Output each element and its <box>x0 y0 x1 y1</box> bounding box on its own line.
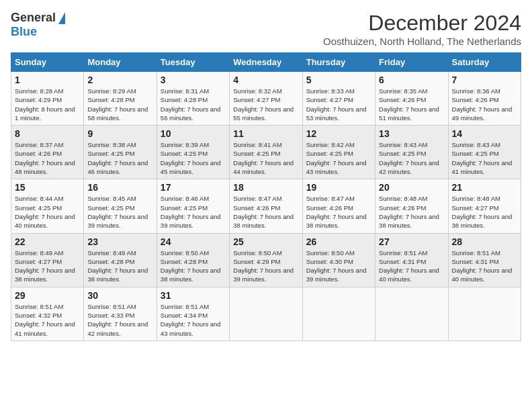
day-info: Sunrise: 8:43 AM Sunset: 4:25 PM Dayligh… <box>379 140 444 176</box>
calendar-cell: 23 Sunrise: 8:49 AM Sunset: 4:28 PM Dayl… <box>84 233 157 287</box>
col-header-monday: Monday <box>84 53 157 72</box>
col-header-friday: Friday <box>375 53 448 72</box>
calendar-cell: 30 Sunrise: 8:51 AM Sunset: 4:33 PM Dayl… <box>84 287 157 340</box>
day-number: 22 <box>15 236 80 247</box>
calendar-cell: 11 Sunrise: 8:41 AM Sunset: 4:25 PM Dayl… <box>230 126 302 179</box>
calendar-cell: 13 Sunrise: 8:43 AM Sunset: 4:25 PM Dayl… <box>375 126 448 179</box>
calendar-cell: 14 Sunrise: 8:43 AM Sunset: 4:25 PM Dayl… <box>448 126 521 179</box>
day-number: 18 <box>233 182 298 193</box>
title-block: December 2024 Oosthuizen, North Holland,… <box>323 11 521 47</box>
day-info: Sunrise: 8:51 AM Sunset: 4:34 PM Dayligh… <box>161 302 226 338</box>
day-info: Sunrise: 8:39 AM Sunset: 4:25 PM Dayligh… <box>161 140 226 176</box>
day-info: Sunrise: 8:46 AM Sunset: 4:25 PM Dayligh… <box>161 194 226 230</box>
calendar-week-5: 29 Sunrise: 8:51 AM Sunset: 4:32 PM Dayl… <box>11 287 521 340</box>
calendar-week-4: 22 Sunrise: 8:49 AM Sunset: 4:27 PM Dayl… <box>11 233 521 287</box>
calendar-cell: 3 Sunrise: 8:31 AM Sunset: 4:28 PM Dayli… <box>157 72 229 126</box>
day-number: 21 <box>452 182 517 193</box>
logo: General Blue <box>11 11 65 39</box>
calendar-cell: 26 Sunrise: 8:50 AM Sunset: 4:30 PM Dayl… <box>302 233 375 287</box>
calendar-cell <box>448 287 521 340</box>
day-info: Sunrise: 8:51 AM Sunset: 4:33 PM Dayligh… <box>87 302 152 338</box>
day-number: 10 <box>161 128 226 139</box>
month-title: December 2024 <box>323 11 521 36</box>
day-info: Sunrise: 8:49 AM Sunset: 4:28 PM Dayligh… <box>87 248 152 284</box>
page-header: General Blue December 2024 Oosthuizen, N… <box>11 11 521 47</box>
day-number: 2 <box>87 75 152 85</box>
day-info: Sunrise: 8:38 AM Sunset: 4:25 PM Dayligh… <box>87 140 152 176</box>
calendar-cell: 10 Sunrise: 8:39 AM Sunset: 4:25 PM Dayl… <box>157 126 229 179</box>
calendar-cell: 5 Sunrise: 8:33 AM Sunset: 4:27 PM Dayli… <box>302 72 375 126</box>
day-number: 8 <box>15 128 80 139</box>
calendar-cell: 2 Sunrise: 8:29 AM Sunset: 4:28 PM Dayli… <box>84 72 157 126</box>
calendar-cell: 12 Sunrise: 8:42 AM Sunset: 4:25 PM Dayl… <box>302 126 375 179</box>
calendar-cell <box>375 287 448 340</box>
day-info: Sunrise: 8:51 AM Sunset: 4:31 PM Dayligh… <box>452 248 517 284</box>
day-number: 26 <box>306 236 371 247</box>
day-info: Sunrise: 8:51 AM Sunset: 4:31 PM Dayligh… <box>379 248 444 284</box>
day-info: Sunrise: 8:51 AM Sunset: 4:32 PM Dayligh… <box>15 302 80 338</box>
location-title: Oosthuizen, North Holland, The Netherlan… <box>323 36 521 47</box>
day-info: Sunrise: 8:50 AM Sunset: 4:28 PM Dayligh… <box>161 248 226 284</box>
day-number: 24 <box>161 236 226 247</box>
day-number: 9 <box>87 128 152 139</box>
day-info: Sunrise: 8:28 AM Sunset: 4:29 PM Dayligh… <box>15 87 80 122</box>
day-number: 4 <box>233 75 298 85</box>
col-header-sunday: Sunday <box>11 53 84 72</box>
day-number: 16 <box>87 182 152 193</box>
col-header-thursday: Thursday <box>302 53 375 72</box>
day-info: Sunrise: 8:41 AM Sunset: 4:25 PM Dayligh… <box>233 140 298 176</box>
day-info: Sunrise: 8:47 AM Sunset: 4:26 PM Dayligh… <box>306 194 371 230</box>
day-info: Sunrise: 8:32 AM Sunset: 4:27 PM Dayligh… <box>233 87 298 122</box>
day-info: Sunrise: 8:50 AM Sunset: 4:29 PM Dayligh… <box>233 248 298 284</box>
day-number: 23 <box>87 236 152 247</box>
calendar-cell: 29 Sunrise: 8:51 AM Sunset: 4:32 PM Dayl… <box>11 287 84 340</box>
calendar-cell: 1 Sunrise: 8:28 AM Sunset: 4:29 PM Dayli… <box>11 72 84 126</box>
day-info: Sunrise: 8:37 AM Sunset: 4:26 PM Dayligh… <box>15 140 80 176</box>
logo-blue-text: Blue <box>11 25 37 39</box>
col-header-saturday: Saturday <box>448 53 521 72</box>
day-info: Sunrise: 8:48 AM Sunset: 4:27 PM Dayligh… <box>452 194 517 230</box>
day-info: Sunrise: 8:31 AM Sunset: 4:28 PM Dayligh… <box>161 87 226 122</box>
col-header-tuesday: Tuesday <box>157 53 229 72</box>
logo-general-text: General <box>11 11 56 25</box>
day-info: Sunrise: 8:33 AM Sunset: 4:27 PM Dayligh… <box>306 87 371 122</box>
day-number: 12 <box>306 128 371 139</box>
day-number: 20 <box>379 182 444 193</box>
day-number: 19 <box>306 182 371 193</box>
calendar-cell: 17 Sunrise: 8:46 AM Sunset: 4:25 PM Dayl… <box>157 179 229 233</box>
calendar-cell: 27 Sunrise: 8:51 AM Sunset: 4:31 PM Dayl… <box>375 233 448 287</box>
calendar-cell: 28 Sunrise: 8:51 AM Sunset: 4:31 PM Dayl… <box>448 233 521 287</box>
calendar-week-3: 15 Sunrise: 8:44 AM Sunset: 4:25 PM Dayl… <box>11 179 521 233</box>
day-number: 5 <box>306 75 371 85</box>
day-info: Sunrise: 8:45 AM Sunset: 4:25 PM Dayligh… <box>87 194 152 230</box>
calendar-cell: 22 Sunrise: 8:49 AM Sunset: 4:27 PM Dayl… <box>11 233 84 287</box>
calendar-cell: 6 Sunrise: 8:35 AM Sunset: 4:26 PM Dayli… <box>375 72 448 126</box>
col-header-wednesday: Wednesday <box>230 53 302 72</box>
day-number: 6 <box>379 75 444 85</box>
calendar-cell: 19 Sunrise: 8:47 AM Sunset: 4:26 PM Dayl… <box>302 179 375 233</box>
day-info: Sunrise: 8:44 AM Sunset: 4:25 PM Dayligh… <box>15 194 80 230</box>
day-number: 11 <box>233 128 298 139</box>
logo-triangle-icon <box>58 12 65 24</box>
day-number: 15 <box>15 182 80 193</box>
day-info: Sunrise: 8:42 AM Sunset: 4:25 PM Dayligh… <box>306 140 371 176</box>
calendar-cell: 18 Sunrise: 8:47 AM Sunset: 4:26 PM Dayl… <box>230 179 302 233</box>
day-info: Sunrise: 8:50 AM Sunset: 4:30 PM Dayligh… <box>306 248 371 284</box>
calendar-cell: 9 Sunrise: 8:38 AM Sunset: 4:25 PM Dayli… <box>84 126 157 179</box>
calendar-week-2: 8 Sunrise: 8:37 AM Sunset: 4:26 PM Dayli… <box>11 126 521 179</box>
calendar-cell: 24 Sunrise: 8:50 AM Sunset: 4:28 PM Dayl… <box>157 233 229 287</box>
day-info: Sunrise: 8:47 AM Sunset: 4:26 PM Dayligh… <box>233 194 298 230</box>
day-number: 28 <box>452 236 517 247</box>
day-info: Sunrise: 8:43 AM Sunset: 4:25 PM Dayligh… <box>452 140 517 176</box>
calendar-cell <box>230 287 302 340</box>
day-number: 1 <box>15 75 80 85</box>
calendar-week-1: 1 Sunrise: 8:28 AM Sunset: 4:29 PM Dayli… <box>11 72 521 126</box>
header-row: SundayMondayTuesdayWednesdayThursdayFrid… <box>11 53 521 72</box>
calendar-cell: 21 Sunrise: 8:48 AM Sunset: 4:27 PM Dayl… <box>448 179 521 233</box>
calendar-cell: 25 Sunrise: 8:50 AM Sunset: 4:29 PM Dayl… <box>230 233 302 287</box>
calendar-cell: 7 Sunrise: 8:36 AM Sunset: 4:26 PM Dayli… <box>448 72 521 126</box>
day-info: Sunrise: 8:48 AM Sunset: 4:26 PM Dayligh… <box>379 194 444 230</box>
day-number: 27 <box>379 236 444 247</box>
day-number: 29 <box>15 290 80 301</box>
calendar-table: SundayMondayTuesdayWednesdayThursdayFrid… <box>11 52 521 341</box>
